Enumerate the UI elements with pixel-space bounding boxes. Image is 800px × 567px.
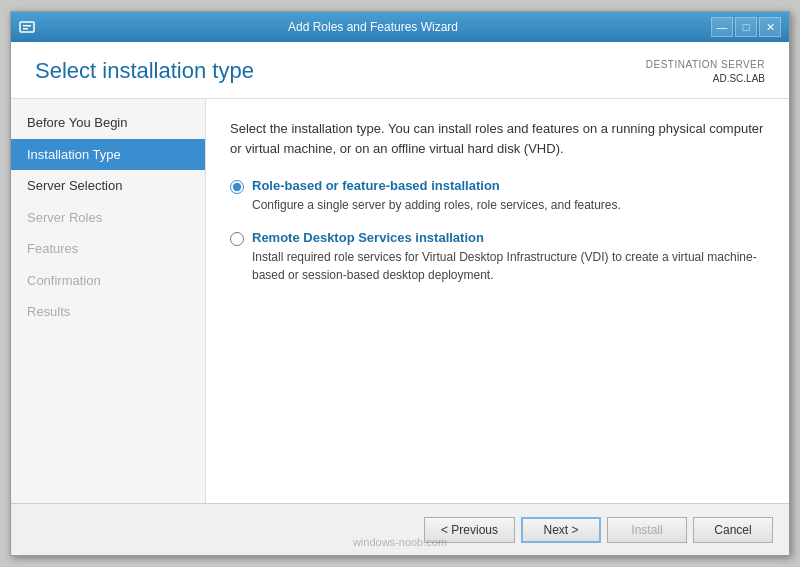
body-content: Select the installation type. You can in… bbox=[206, 99, 789, 503]
main-content: Before You Begin Installation Type Serve… bbox=[11, 99, 789, 503]
remote-desktop-title: Remote Desktop Services installation bbox=[252, 230, 765, 245]
destination-server-info: DESTINATION SERVER AD.SC.LAB bbox=[646, 58, 765, 86]
svg-rect-1 bbox=[23, 25, 31, 27]
role-based-title: Role-based or feature-based installation bbox=[252, 178, 765, 193]
dest-server-name: AD.SC.LAB bbox=[646, 72, 765, 86]
body-description: Select the installation type. You can in… bbox=[230, 119, 765, 158]
dest-server-label: DESTINATION SERVER bbox=[646, 58, 765, 72]
remote-desktop-description: Install required role services for Virtu… bbox=[252, 248, 765, 284]
sidebar-item-confirmation: Confirmation bbox=[11, 265, 205, 297]
sidebar-item-results: Results bbox=[11, 296, 205, 328]
remote-desktop-radio[interactable] bbox=[230, 232, 244, 246]
minimize-button[interactable]: — bbox=[711, 17, 733, 37]
header-bar: Select installation type DESTINATION SER… bbox=[11, 42, 789, 99]
next-button[interactable]: Next > bbox=[521, 517, 601, 543]
cancel-button[interactable]: Cancel bbox=[693, 517, 773, 543]
remote-desktop-option[interactable]: Remote Desktop Services installation Ins… bbox=[230, 230, 765, 284]
watermark: windows-noob.com bbox=[353, 536, 447, 548]
titlebar-icon bbox=[19, 19, 35, 35]
role-based-option[interactable]: Role-based or feature-based installation… bbox=[230, 178, 765, 214]
sidebar: Before You Begin Installation Type Serve… bbox=[11, 99, 206, 503]
titlebar-title: Add Roles and Features Wizard bbox=[35, 20, 711, 34]
sidebar-item-before-you-begin[interactable]: Before You Begin bbox=[11, 107, 205, 139]
svg-rect-0 bbox=[20, 22, 34, 32]
svg-rect-2 bbox=[23, 28, 28, 30]
titlebar-controls: — □ ✕ bbox=[711, 17, 781, 37]
remote-desktop-label-area: Remote Desktop Services installation Ins… bbox=[252, 230, 765, 284]
role-based-label-area: Role-based or feature-based installation… bbox=[252, 178, 765, 214]
main-window: Add Roles and Features Wizard — □ ✕ Sele… bbox=[10, 11, 790, 556]
page-title: Select installation type bbox=[35, 58, 254, 84]
sidebar-item-features: Features bbox=[11, 233, 205, 265]
role-based-description: Configure a single server by adding role… bbox=[252, 196, 765, 214]
install-button[interactable]: Install bbox=[607, 517, 687, 543]
role-based-radio[interactable] bbox=[230, 180, 244, 194]
sidebar-item-server-roles: Server Roles bbox=[11, 202, 205, 234]
close-button[interactable]: ✕ bbox=[759, 17, 781, 37]
maximize-button[interactable]: □ bbox=[735, 17, 757, 37]
sidebar-item-server-selection[interactable]: Server Selection bbox=[11, 170, 205, 202]
titlebar: Add Roles and Features Wizard — □ ✕ bbox=[11, 12, 789, 42]
sidebar-item-installation-type[interactable]: Installation Type bbox=[11, 139, 205, 171]
